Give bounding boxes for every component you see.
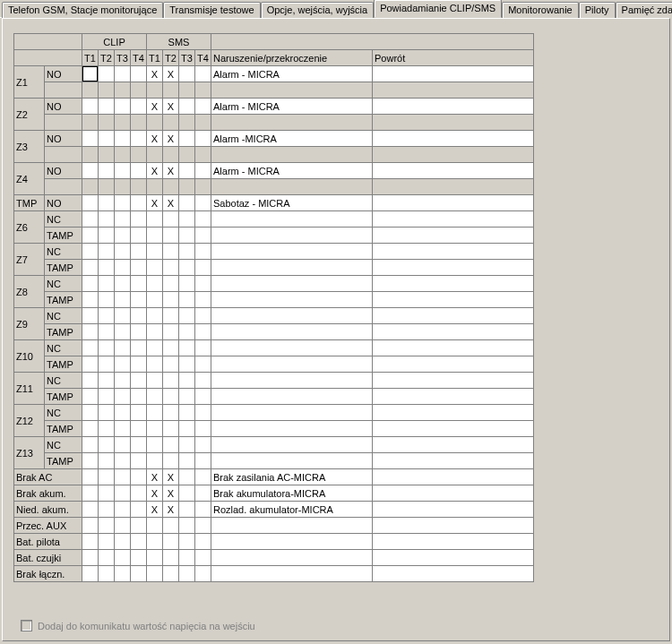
row-brak-laczn[interactable]: Brak łączn. [14,566,534,582]
cell[interactable] [99,211,115,228]
cell[interactable] [131,405,147,421]
cell[interactable] [82,276,99,292]
cell-naruszenie[interactable] [211,550,373,566]
cell[interactable] [147,228,163,244]
cell-naruszenie[interactable] [211,308,373,324]
cell-naruszenie[interactable] [211,534,373,550]
cell-naruszenie[interactable] [211,566,373,582]
cell[interactable] [179,244,195,260]
cell[interactable] [82,502,99,518]
cell[interactable] [195,324,211,340]
cell[interactable] [147,518,163,534]
cell[interactable] [179,550,195,566]
cell[interactable] [99,405,115,421]
cell[interactable] [147,421,163,437]
cell-sms-t2[interactable]: X [163,131,179,147]
cell[interactable] [99,389,115,405]
row-z13-tamp[interactable]: TAMP [14,453,534,469]
cell-naruszenie[interactable] [211,453,373,469]
cell[interactable] [195,389,211,405]
cell-powrot[interactable] [373,66,534,82]
cell-sms-t2[interactable]: X [163,163,179,179]
cell-sms-t2[interactable]: X [163,485,179,502]
cell[interactable] [82,340,99,356]
cell[interactable] [115,276,131,292]
cell-sms-t3[interactable] [179,195,195,211]
row-z2[interactable]: Z2 NO X X Alarm - MICRA [14,99,534,115]
cell-sms-t1[interactable]: X [147,502,163,518]
row-z9-tamp[interactable]: TAMP [14,324,534,340]
row-z10-tamp[interactable]: TAMP [14,356,534,373]
cell[interactable] [115,550,131,566]
cell[interactable] [82,292,99,308]
cell[interactable] [82,518,99,534]
cell-clip-t4[interactable] [131,163,147,179]
cell[interactable] [163,566,179,582]
cell[interactable] [163,308,179,324]
cell-naruszenie[interactable]: Brak akumulatora-MICRA [211,485,373,502]
row-tmp[interactable]: TMP NO X X Sabotaz - MICRA [14,195,534,211]
row-z4[interactable]: Z4 NO X X Alarm - MICRA [14,163,534,179]
cell[interactable] [115,469,131,485]
row-brak-ac[interactable]: Brak ACXXBrak zasilania AC-MICRA [14,469,534,485]
cell[interactable] [99,469,115,485]
cell[interactable] [131,469,147,485]
cell-powrot[interactable] [373,131,534,147]
cell-clip-t1[interactable] [82,195,99,211]
row-z6-nc[interactable]: Z6NC [14,211,534,228]
cell-clip-t2[interactable] [99,131,115,147]
cell[interactable] [163,292,179,308]
cell[interactable] [115,228,131,244]
cell[interactable] [163,356,179,373]
cell[interactable] [179,421,195,437]
cell[interactable] [115,244,131,260]
cell[interactable] [115,260,131,276]
cell[interactable] [99,518,115,534]
cell[interactable] [147,340,163,356]
cell[interactable] [82,485,99,502]
cell[interactable] [147,211,163,228]
cell[interactable] [147,244,163,260]
cell[interactable] [163,389,179,405]
cell-naruszenie[interactable] [211,292,373,308]
cell-sms-t2[interactable]: X [163,99,179,115]
cell[interactable] [99,437,115,453]
cell-powrot[interactable] [373,389,534,405]
row-z1[interactable]: Z1 NO X X Alarm - MICRA [14,66,534,82]
row-z7-tamp[interactable]: TAMP [14,260,534,276]
cell[interactable] [115,566,131,582]
cell-naruszenie[interactable]: Alarm - MICRA [211,163,373,179]
cell[interactable] [99,566,115,582]
cell-naruszenie[interactable]: Alarm - MICRA [211,99,373,115]
cell-clip-t2[interactable] [99,66,115,82]
cell[interactable] [115,405,131,421]
cell[interactable] [163,211,179,228]
cell[interactable] [163,550,179,566]
cell[interactable] [99,308,115,324]
cell[interactable] [179,502,195,518]
cell[interactable] [131,485,147,502]
cell-sms-t3[interactable] [179,66,195,82]
tab-opcje-wejscia-wyjscia[interactable]: Opcje, wejścia, wyjścia [261,2,374,18]
cell[interactable] [131,502,147,518]
cell-naruszenie[interactable] [211,244,373,260]
cell[interactable] [99,340,115,356]
tab-pamiec-zdarzen[interactable]: Pamięć zdarzeń [616,2,672,18]
row-z9-nc[interactable]: Z9NC [14,308,534,324]
cell[interactable] [179,566,195,582]
cell[interactable] [147,437,163,453]
cell-naruszenie[interactable]: Alarm -MICRA [211,131,373,147]
cell[interactable] [195,453,211,469]
cell[interactable] [82,211,99,228]
cell-powrot[interactable] [373,99,534,115]
cell[interactable] [115,534,131,550]
cell-sms-t4[interactable] [195,131,211,147]
cell[interactable] [115,308,131,324]
tab-telefon-gsm[interactable]: Telefon GSM, Stacje monitorujące [2,2,163,18]
cell[interactable] [195,421,211,437]
cell-sms-t3[interactable] [179,99,195,115]
cell[interactable] [195,469,211,485]
cell[interactable] [115,356,131,373]
row-nied-akum[interactable]: Nied. akum.XXRozlad. akumulator-MICRA [14,502,534,518]
cell[interactable] [82,373,99,389]
